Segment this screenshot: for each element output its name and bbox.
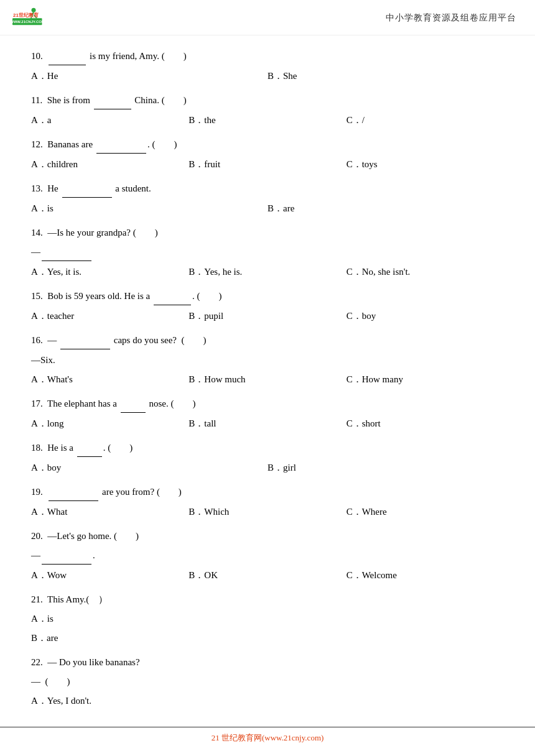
q20-optC: C．Welcome [347, 567, 504, 584]
q20-options: A．Wow B．OK C．Welcome [31, 567, 504, 584]
q22-optA: A．Yes, I don't. [31, 693, 504, 709]
q18-options: A．boy B．girl [31, 459, 504, 476]
q12-options: A．children B．fruit C．toys [31, 156, 504, 173]
q18-optA: A．boy [31, 459, 268, 476]
q17-optA: A．long [31, 415, 188, 432]
q13-optB: B．are [268, 200, 504, 217]
q19-text: 19. are you from? ( ) [31, 484, 504, 501]
q14-answer-line: — [31, 244, 504, 261]
q15-optB: B．pupil [188, 308, 346, 325]
q11-blank [94, 92, 131, 109]
q13-blank [62, 180, 112, 198]
q16-optA: A．What's [31, 371, 188, 388]
q16-answer: —Six. [31, 352, 504, 369]
q20-optB: B．OK [188, 567, 346, 584]
q22-text: 22. — Do you like bananas? [31, 654, 504, 671]
q22-answer-line: — ( ) [31, 673, 504, 690]
question-18: 18. He is a . ( ) A．boy B．girl [31, 440, 504, 476]
q15-options: A．teacher B．pupil C．boy [31, 308, 504, 325]
footer-text: 21 世纪教育网(www.21cnjy.com) [212, 733, 324, 742]
q15-optA: A．teacher [31, 308, 188, 325]
q13-text: 13. He a student. [31, 180, 504, 198]
q13-options: A．is B．are [31, 200, 504, 217]
q14-optC: C．No, she isn't. [347, 264, 504, 280]
q17-optB: B．tall [188, 415, 346, 432]
q11-text: 11. She is from China. ( ) [31, 92, 504, 109]
q16-blank [60, 332, 110, 349]
q19-options: A．What B．Which C．Where [31, 504, 504, 520]
question-10: 10. is my friend, Amy. ( ) A．He B．She [31, 48, 504, 85]
q12-optC: C．toys [347, 156, 504, 173]
question-22: 22. — Do you like bananas? — ( ) A．Yes, … [31, 654, 504, 709]
q19-optC: C．Where [347, 504, 504, 520]
q20-optA: A．Wow [31, 567, 188, 584]
svg-point-0 [32, 8, 36, 12]
q10-optA: A．He [31, 68, 268, 85]
q12-blank [96, 136, 146, 154]
q11-optC: C．/ [347, 112, 504, 129]
q16-text: 16. — caps do you see? ( ) [31, 332, 504, 349]
q14-blank [42, 244, 91, 261]
q20-text: 20. —Let's go home. ( ) [31, 528, 504, 545]
content-area: 10. is my friend, Amy. ( ) A．He B．She 11… [0, 35, 535, 754]
q15-text: 15. Bob is 59 years old. He is a . ( ) [31, 288, 504, 305]
q12-optA: A．children [31, 156, 188, 173]
q11-options: A．a B．the C．/ [31, 112, 504, 129]
question-14: 14. —Is he your grandpa? ( ) — A．Yes, it… [31, 224, 504, 280]
q17-options: A．long B．tall C．short [31, 415, 504, 432]
q18-text: 18. He is a . ( ) [31, 440, 504, 457]
q12-optB: B．fruit [188, 156, 346, 173]
q10-blank [49, 48, 86, 65]
q10-options: A．He B．She [31, 68, 504, 85]
q20-blank [42, 547, 91, 565]
q14-optA: A．Yes, it is. [31, 264, 188, 280]
question-19: 19. are you from? ( ) A．What B．Which C．W… [31, 484, 504, 520]
q17-blank [121, 395, 146, 413]
q14-optB: B．Yes, he is. [188, 264, 346, 280]
svg-text:21世纪教育: 21世纪教育 [13, 12, 39, 18]
q11-optB: B．the [188, 112, 346, 129]
question-17: 17. The elephant has a nose. ( ) A．long … [31, 395, 504, 432]
q11-optA: A．a [31, 112, 188, 129]
q17-text: 17. The elephant has a nose. ( ) [31, 395, 504, 413]
q18-optB: B．girl [268, 459, 504, 476]
q14-text: 14. —Is he your grandpa? ( ) [31, 224, 504, 241]
q21-optA: A．is [31, 611, 504, 627]
q13-optA: A．is [31, 200, 268, 217]
question-11: 11. She is from China. ( ) A．a B．the C．/ [31, 92, 504, 129]
q20-answer-line: — . [31, 547, 504, 565]
question-15: 15. Bob is 59 years old. He is a . ( ) A… [31, 288, 504, 325]
question-13: 13. He a student. A．is B．are [31, 180, 504, 217]
q17-optC: C．short [347, 415, 504, 432]
q15-blank [154, 288, 191, 305]
q10-optB: B．She [268, 68, 504, 85]
q18-blank [77, 440, 102, 457]
footer: 21 世纪教育网(www.21cnjy.com) [0, 727, 535, 744]
q16-optC: C．How many [347, 371, 504, 388]
q21-optB: B．are [31, 630, 504, 647]
question-12: 12. Bananas are . ( ) A．children B．fruit… [31, 136, 504, 173]
q16-options: A．What's B．How much C．How many [31, 371, 504, 388]
question-21: 21. This Amy.( ） A．is B．are [31, 591, 504, 647]
question-20: 20. —Let's go home. ( ) — . A．Wow B．OK C… [31, 528, 504, 584]
q15-optC: C．boy [347, 308, 504, 325]
q16-optB: B．How much [188, 371, 346, 388]
q21-text: 21. This Amy.( ） [31, 591, 504, 608]
logo-icon: WWW.21CNJY.COM 21世纪教育 [12, 6, 44, 30]
q12-text: 12. Bananas are . ( ) [31, 136, 504, 154]
header-site-name: 中小学教育资源及组卷应用平台 [386, 12, 516, 24]
q19-blank [49, 484, 98, 501]
svg-text:WWW.21CNJY.COM: WWW.21CNJY.COM [12, 20, 44, 24]
logo-area: WWW.21CNJY.COM 21世纪教育 [12, 6, 47, 30]
q10-text: 10. is my friend, Amy. ( ) [31, 48, 504, 65]
q19-optA: A．What [31, 504, 188, 520]
header: WWW.21CNJY.COM 21世纪教育 中小学教育资源及组卷应用平台 [0, 0, 535, 35]
q14-options: A．Yes, it is. B．Yes, he is. C．No, she is… [31, 264, 504, 280]
question-16: 16. — caps do you see? ( ) —Six. A．What'… [31, 332, 504, 388]
q19-optB: B．Which [188, 504, 346, 520]
